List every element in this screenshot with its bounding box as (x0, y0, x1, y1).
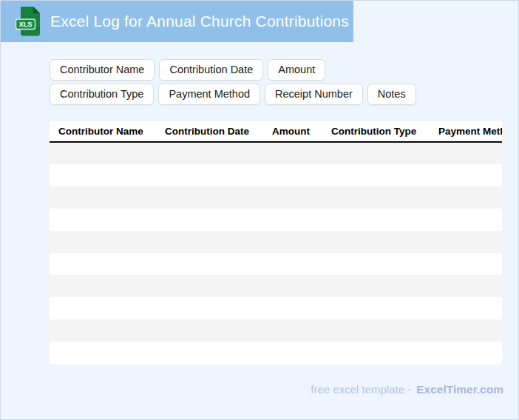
column-header: Contribution Type (322, 121, 430, 142)
svg-text:XLS: XLS (19, 21, 33, 28)
table-cell (263, 253, 322, 275)
table-cell (156, 342, 263, 364)
table-cell (322, 342, 430, 364)
table-cell (322, 231, 430, 253)
table-cell (50, 142, 156, 164)
title-bar: XLS Excel Log for Annual Church Contribu… (1, 1, 353, 42)
contributions-table: Contributor NameContribution DateAmountC… (50, 121, 502, 365)
table-row (50, 253, 502, 275)
table-body (50, 142, 502, 364)
table-row (50, 319, 502, 342)
table-cell (430, 142, 502, 164)
table-cell (263, 186, 322, 209)
field-chip[interactable]: Contribution Date (159, 59, 263, 81)
table-cell (322, 142, 430, 164)
column-header: Amount (263, 121, 322, 142)
table-cell (50, 297, 156, 319)
table-cell (263, 209, 322, 231)
table-row (50, 164, 502, 186)
column-header: Payment Method (430, 121, 502, 142)
table-cell (430, 164, 502, 186)
table-row (50, 142, 502, 164)
table-cell (263, 297, 322, 319)
footer: free excel template - ExcelTimer.com (311, 383, 503, 396)
table-row (50, 342, 502, 364)
table-cell (430, 342, 502, 364)
table-cell (430, 186, 502, 209)
column-header: Contribution Date (156, 121, 263, 142)
table-row (50, 209, 502, 231)
table-row (50, 275, 502, 297)
footer-brand-link[interactable]: ExcelTimer.com (416, 383, 503, 396)
table-cell (50, 319, 156, 342)
table-cell (156, 275, 263, 297)
table-head: Contributor NameContribution DateAmountC… (50, 121, 502, 142)
table-cell (50, 253, 156, 275)
table-cell (156, 164, 263, 186)
table-cell (263, 164, 322, 186)
table-row (50, 297, 502, 319)
table-cell (50, 231, 156, 253)
table-cell (430, 319, 502, 342)
xls-file-icon: XLS (14, 5, 44, 38)
table-cell (430, 231, 502, 253)
table-cell (156, 319, 263, 342)
table-cell (156, 231, 263, 253)
column-header: Contributor Name (50, 121, 156, 142)
table-cell (156, 253, 263, 275)
table-cell (156, 209, 263, 231)
table-cell (263, 275, 322, 297)
footer-label: free excel template - (311, 383, 411, 396)
table-row (50, 231, 502, 253)
page-title: Excel Log for Annual Church Contribution… (50, 13, 349, 30)
field-chip[interactable]: Contributor Name (50, 59, 155, 81)
table-cell (322, 275, 430, 297)
field-chips: Contributor NameContribution DateAmountC… (50, 59, 434, 105)
page: XLS Excel Log for Annual Church Contribu… (0, 0, 519, 420)
table-cell (263, 319, 322, 342)
table-cell (50, 209, 156, 231)
table-cell (322, 164, 430, 186)
table-cell (322, 186, 430, 209)
table-cell (263, 142, 322, 164)
table-cell (50, 164, 156, 186)
data-table: Contributor NameContribution DateAmountC… (50, 121, 502, 364)
field-chip[interactable]: Payment Method (158, 84, 260, 105)
table-cell (322, 253, 430, 275)
field-chip[interactable]: Receipt Number (265, 84, 363, 105)
table-cell (263, 342, 322, 364)
table-cell (430, 209, 502, 231)
table-cell (50, 342, 156, 364)
table-cell (263, 231, 322, 253)
table-cell (322, 297, 430, 319)
field-chip[interactable]: Amount (268, 59, 325, 81)
field-chip[interactable]: Contribution Type (50, 84, 154, 105)
table-cell (430, 253, 502, 275)
table-cell (50, 275, 156, 297)
table-cell (430, 275, 502, 297)
table-cell (50, 186, 156, 209)
field-chip[interactable]: Notes (367, 84, 416, 105)
table-cell (156, 186, 263, 209)
table-cell (156, 297, 263, 319)
table-cell (156, 142, 263, 164)
table-cell (322, 209, 430, 231)
table-row (50, 186, 502, 209)
table-cell (322, 319, 430, 342)
table-cell (430, 297, 502, 319)
table-header-row: Contributor NameContribution DateAmountC… (50, 121, 502, 142)
